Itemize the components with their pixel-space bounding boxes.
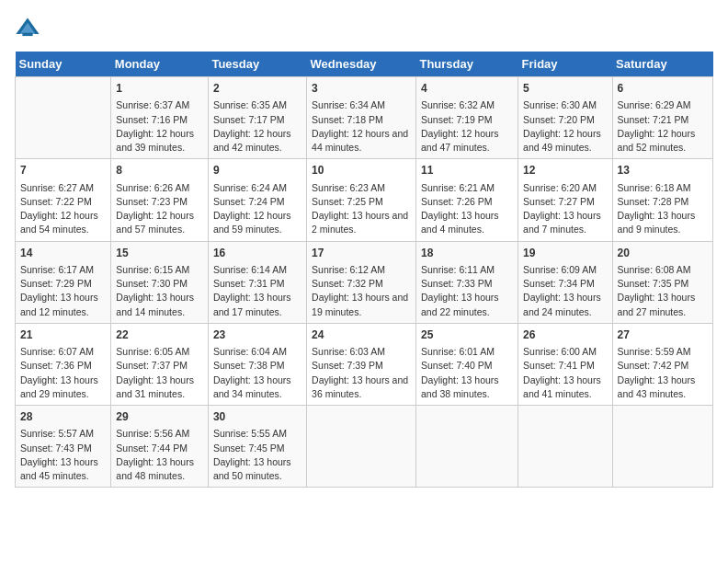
day-info: Sunrise: 6:07 AMSunset: 7:36 PMDaylight:… — [20, 345, 106, 401]
day-cell: 9Sunrise: 6:24 AMSunset: 7:24 PMDaylight… — [208, 159, 306, 241]
day-cell: 25Sunrise: 6:01 AMSunset: 7:40 PMDayligh… — [415, 323, 518, 405]
day-info: Sunrise: 6:04 AMSunset: 7:38 PMDaylight:… — [213, 345, 301, 401]
day-cell: 3Sunrise: 6:34 AMSunset: 7:18 PMDaylight… — [307, 77, 416, 159]
page-header — [15, 15, 713, 40]
day-cell — [16, 77, 111, 159]
day-cell: 30Sunrise: 5:55 AMSunset: 7:45 PMDayligh… — [208, 406, 306, 488]
day-cell: 27Sunrise: 5:59 AMSunset: 7:42 PMDayligh… — [612, 323, 712, 405]
day-cell: 14Sunrise: 6:17 AMSunset: 7:29 PMDayligh… — [16, 241, 111, 323]
day-cell: 26Sunrise: 6:00 AMSunset: 7:41 PMDayligh… — [518, 323, 613, 405]
day-info: Sunrise: 6:32 AMSunset: 7:19 PMDaylight:… — [421, 98, 513, 155]
day-info: Sunrise: 6:14 AMSunset: 7:31 PMDaylight:… — [213, 263, 301, 319]
day-info: Sunrise: 6:00 AMSunset: 7:41 PMDaylight:… — [523, 345, 608, 401]
day-info: Sunrise: 6:15 AMSunset: 7:30 PMDaylight:… — [116, 263, 203, 319]
day-number: 11 — [421, 163, 513, 178]
day-cell: 19Sunrise: 6:09 AMSunset: 7:34 PMDayligh… — [518, 241, 613, 323]
day-cell: 28Sunrise: 5:57 AMSunset: 7:43 PMDayligh… — [16, 406, 111, 488]
day-number: 30 — [213, 409, 301, 425]
header-day-monday: Monday — [111, 52, 209, 77]
logo-icon — [15, 15, 40, 40]
day-info: Sunrise: 6:17 AMSunset: 7:29 PMDaylight:… — [20, 263, 106, 319]
day-info: Sunrise: 6:20 AMSunset: 7:27 PMDaylight:… — [523, 181, 608, 237]
day-cell: 15Sunrise: 6:15 AMSunset: 7:30 PMDayligh… — [111, 241, 209, 323]
day-cell: 18Sunrise: 6:11 AMSunset: 7:33 PMDayligh… — [415, 241, 518, 323]
day-number: 21 — [20, 327, 106, 343]
day-number: 3 — [312, 81, 411, 97]
day-info: Sunrise: 6:11 AMSunset: 7:33 PMDaylight:… — [421, 263, 513, 319]
day-cell: 2Sunrise: 6:35 AMSunset: 7:17 PMDaylight… — [208, 77, 306, 159]
day-number: 10 — [312, 163, 411, 178]
day-cell: 6Sunrise: 6:29 AMSunset: 7:21 PMDaylight… — [612, 77, 712, 159]
day-cell — [415, 406, 518, 488]
calendar-header-row: SundayMondayTuesdayWednesdayThursdayFrid… — [16, 52, 713, 77]
day-info: Sunrise: 6:09 AMSunset: 7:34 PMDaylight:… — [523, 263, 608, 319]
day-number: 29 — [116, 409, 203, 425]
day-number: 1 — [116, 81, 203, 97]
day-cell: 10Sunrise: 6:23 AMSunset: 7:25 PMDayligh… — [307, 159, 416, 241]
day-number: 9 — [213, 163, 301, 178]
day-info: Sunrise: 6:27 AMSunset: 7:22 PMDaylight:… — [20, 181, 106, 237]
header-day-saturday: Saturday — [612, 52, 712, 77]
day-cell: 8Sunrise: 6:26 AMSunset: 7:23 PMDaylight… — [111, 159, 209, 241]
day-number: 24 — [312, 327, 411, 343]
day-info: Sunrise: 6:18 AMSunset: 7:28 PMDaylight:… — [618, 181, 708, 237]
day-number: 18 — [421, 246, 513, 261]
day-info: Sunrise: 6:03 AMSunset: 7:39 PMDaylight:… — [312, 345, 411, 401]
day-info: Sunrise: 6:08 AMSunset: 7:35 PMDaylight:… — [618, 263, 708, 319]
day-info: Sunrise: 6:12 AMSunset: 7:32 PMDaylight:… — [312, 263, 411, 319]
day-number: 17 — [312, 246, 411, 261]
day-number: 5 — [523, 81, 608, 97]
day-info: Sunrise: 6:24 AMSunset: 7:24 PMDaylight:… — [213, 181, 301, 237]
day-number: 20 — [618, 246, 708, 261]
day-number: 26 — [523, 327, 608, 343]
day-cell: 11Sunrise: 6:21 AMSunset: 7:26 PMDayligh… — [415, 159, 518, 241]
day-cell: 22Sunrise: 6:05 AMSunset: 7:37 PMDayligh… — [111, 323, 209, 405]
day-cell: 23Sunrise: 6:04 AMSunset: 7:38 PMDayligh… — [208, 323, 306, 405]
day-info: Sunrise: 5:56 AMSunset: 7:44 PMDaylight:… — [116, 427, 203, 483]
week-row-2: 14Sunrise: 6:17 AMSunset: 7:29 PMDayligh… — [16, 241, 713, 323]
day-info: Sunrise: 5:57 AMSunset: 7:43 PMDaylight:… — [20, 427, 106, 483]
day-info: Sunrise: 6:21 AMSunset: 7:26 PMDaylight:… — [421, 181, 513, 237]
day-number: 2 — [213, 81, 301, 97]
day-cell: 29Sunrise: 5:56 AMSunset: 7:44 PMDayligh… — [111, 406, 209, 488]
day-number: 19 — [523, 246, 608, 261]
day-number: 23 — [213, 327, 301, 343]
calendar-body: 1Sunrise: 6:37 AMSunset: 7:16 PMDaylight… — [16, 77, 713, 488]
header-day-sunday: Sunday — [16, 52, 111, 77]
day-cell: 16Sunrise: 6:14 AMSunset: 7:31 PMDayligh… — [208, 241, 306, 323]
day-info: Sunrise: 5:55 AMSunset: 7:45 PMDaylight:… — [213, 427, 301, 483]
day-number: 6 — [618, 81, 708, 97]
day-cell: 4Sunrise: 6:32 AMSunset: 7:19 PMDaylight… — [415, 77, 518, 159]
day-cell: 7Sunrise: 6:27 AMSunset: 7:22 PMDaylight… — [16, 159, 111, 241]
header-day-tuesday: Tuesday — [208, 52, 306, 77]
day-number: 22 — [116, 327, 203, 343]
day-number: 4 — [421, 81, 513, 97]
day-info: Sunrise: 6:23 AMSunset: 7:25 PMDaylight:… — [312, 181, 411, 237]
day-cell: 12Sunrise: 6:20 AMSunset: 7:27 PMDayligh… — [518, 159, 613, 241]
day-number: 27 — [618, 327, 708, 343]
week-row-4: 28Sunrise: 5:57 AMSunset: 7:43 PMDayligh… — [16, 406, 713, 488]
day-cell: 20Sunrise: 6:08 AMSunset: 7:35 PMDayligh… — [612, 241, 712, 323]
logo — [15, 15, 42, 40]
day-number: 13 — [618, 163, 708, 178]
day-info: Sunrise: 6:30 AMSunset: 7:20 PMDaylight:… — [523, 98, 608, 155]
header-day-thursday: Thursday — [415, 52, 518, 77]
day-cell: 21Sunrise: 6:07 AMSunset: 7:36 PMDayligh… — [16, 323, 111, 405]
day-cell — [307, 406, 416, 488]
day-number: 16 — [213, 246, 301, 261]
day-number: 15 — [116, 246, 203, 261]
day-info: Sunrise: 6:05 AMSunset: 7:37 PMDaylight:… — [116, 345, 203, 401]
day-info: Sunrise: 5:59 AMSunset: 7:42 PMDaylight:… — [618, 345, 708, 401]
day-cell: 24Sunrise: 6:03 AMSunset: 7:39 PMDayligh… — [307, 323, 416, 405]
calendar-table: SundayMondayTuesdayWednesdayThursdayFrid… — [15, 52, 713, 488]
svg-rect-2 — [22, 33, 32, 37]
week-row-3: 21Sunrise: 6:07 AMSunset: 7:36 PMDayligh… — [16, 323, 713, 405]
day-cell: 5Sunrise: 6:30 AMSunset: 7:20 PMDaylight… — [518, 77, 613, 159]
header-day-friday: Friday — [518, 52, 613, 77]
day-number: 28 — [20, 409, 106, 425]
header-day-wednesday: Wednesday — [307, 52, 416, 77]
day-info: Sunrise: 6:37 AMSunset: 7:16 PMDaylight:… — [116, 98, 203, 155]
day-info: Sunrise: 6:29 AMSunset: 7:21 PMDaylight:… — [618, 98, 708, 155]
day-cell — [612, 406, 712, 488]
day-number: 7 — [20, 163, 106, 178]
